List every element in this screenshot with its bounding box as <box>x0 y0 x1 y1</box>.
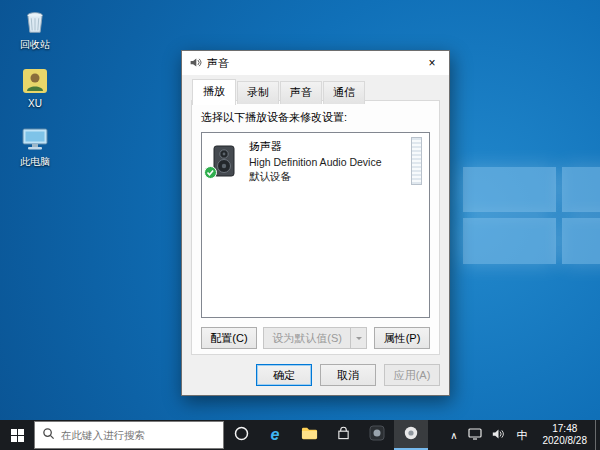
start-windows-icon <box>11 429 24 442</box>
desktop-icon-label: 此电脑 <box>20 156 50 167</box>
dialog-titlebar[interactable]: 声音 × <box>182 51 449 75</box>
pinned-app-icon <box>369 425 385 445</box>
file-explorer-icon <box>301 426 318 444</box>
desktop-icon-user-folder[interactable]: XU <box>6 66 64 109</box>
speaker-device-icon <box>207 144 241 178</box>
taskbar-clock[interactable]: 17:48 2020/8/28 <box>535 420 596 450</box>
playback-tab-page: 选择以下播放设备来修改设置: <box>191 100 440 355</box>
desktop-icon-label: XU <box>28 98 42 109</box>
system-tray: ∧ 中 <box>445 420 600 450</box>
search-icon <box>42 426 55 444</box>
instruction-text: 选择以下播放设备来修改设置: <box>201 110 430 125</box>
tab-sounds[interactable]: 声音 <box>280 81 322 104</box>
device-list[interactable]: 扬声器 High Definition Audio Device 默认设备 <box>201 132 430 318</box>
set-default-button[interactable]: 设为默认值(S) <box>263 327 350 349</box>
user-folder-icon <box>20 66 50 96</box>
taskbar: e <box>0 420 600 450</box>
active-sound-app-icon <box>403 425 419 445</box>
wallpaper-logo-pane <box>562 167 600 212</box>
tray-display-button[interactable] <box>463 420 487 450</box>
wallpaper-windows-logo <box>463 167 600 265</box>
tab-playback[interactable]: 播放 <box>192 79 236 105</box>
search-input[interactable] <box>61 429 216 441</box>
active-sound-app-button[interactable] <box>394 420 428 450</box>
taskbar-search[interactable] <box>34 421 224 449</box>
edge-button[interactable]: e <box>258 420 292 450</box>
tab-communications[interactable]: 通信 <box>323 81 365 104</box>
close-icon[interactable]: × <box>415 51 449 75</box>
this-pc-icon <box>20 124 50 154</box>
recycle-bin-icon <box>20 7 50 37</box>
show-desktop-button[interactable] <box>595 420 600 450</box>
file-explorer-button[interactable] <box>292 420 326 450</box>
tray-expand-button[interactable]: ∧ <box>445 420 462 450</box>
cancel-button[interactable]: 取消 <box>320 364 376 386</box>
input-method-label: 中 <box>517 428 528 443</box>
store-icon <box>337 426 350 445</box>
cortana-button[interactable] <box>224 420 258 450</box>
properties-button[interactable]: 属性(P) <box>374 327 430 349</box>
default-check-icon <box>204 166 217 181</box>
set-default-split-button: 设为默认值(S) <box>263 327 367 349</box>
wallpaper-logo-pane <box>463 218 556 264</box>
input-method-indicator[interactable]: 中 <box>510 420 535 450</box>
cortana-icon <box>234 426 249 445</box>
configure-button[interactable]: 配置(C) <box>201 327 257 349</box>
wallpaper-logo-pane <box>463 167 556 212</box>
device-name: 扬声器 <box>249 139 382 154</box>
device-text: 扬声器 High Definition Audio Device 默认设备 <box>249 139 382 184</box>
desktop-icon-this-pc[interactable]: 此电脑 <box>6 124 64 167</box>
pinned-app-button[interactable] <box>360 420 394 450</box>
desktop-icon-recycle-bin[interactable]: 回收站 <box>6 7 64 50</box>
set-default-dropdown-icon[interactable] <box>350 327 367 349</box>
device-action-row: 配置(C) 设为默认值(S) 属性(P) <box>201 327 430 349</box>
tray-display-icon <box>468 428 482 442</box>
store-button[interactable] <box>326 420 360 450</box>
ok-button[interactable]: 确定 <box>256 364 312 386</box>
tray-volume-icon <box>492 428 505 442</box>
dialog-tabs: 播放 录制 声音 通信 <box>192 81 366 104</box>
dialog-footer: 确定 取消 应用(A) <box>256 364 440 386</box>
wallpaper-logo-pane <box>562 218 600 264</box>
device-item-speakers[interactable]: 扬声器 High Definition Audio Device 默认设备 <box>203 134 428 188</box>
tab-recording[interactable]: 录制 <box>237 81 279 104</box>
chevron-up-icon: ∧ <box>450 430 457 441</box>
desktop: 回收站 XU 此电脑 <box>0 0 600 450</box>
dialog-title-speaker-icon <box>189 56 202 71</box>
start-button[interactable] <box>0 420 34 450</box>
apply-button[interactable]: 应用(A) <box>384 364 440 386</box>
device-status: 默认设备 <box>249 170 382 184</box>
clock-time: 17:48 <box>552 423 577 435</box>
sound-dialog: 声音 × 播放 录制 声音 通信 选择以下播放设备来修改设置: <box>181 50 450 396</box>
audio-level-meter <box>411 137 422 185</box>
clock-date: 2020/8/28 <box>543 435 588 447</box>
edge-icon: e <box>271 427 280 443</box>
device-description: High Definition Audio Device <box>249 156 382 168</box>
desktop-icon-label: 回收站 <box>20 39 50 50</box>
dialog-title: 声音 <box>207 56 229 71</box>
tray-volume-button[interactable] <box>487 420 510 450</box>
